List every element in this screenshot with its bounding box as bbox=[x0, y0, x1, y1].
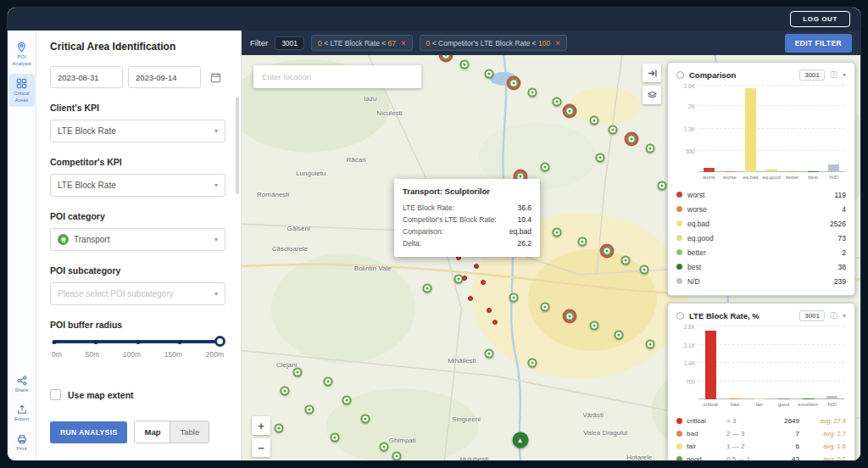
tooltip-title: Transport: Sculptorilor bbox=[403, 187, 531, 196]
chart-bar[interactable] bbox=[745, 88, 756, 172]
chart-bar[interactable] bbox=[787, 171, 798, 172]
table-toggle-button[interactable]: Table bbox=[170, 421, 209, 443]
poi-marker[interactable] bbox=[330, 433, 339, 443]
poi-marker[interactable] bbox=[645, 340, 654, 349]
export-button[interactable]: Export bbox=[9, 400, 35, 426]
info-icon[interactable]: ⓘ bbox=[830, 70, 837, 81]
slider-track[interactable] bbox=[54, 340, 221, 343]
poi-marker-dot[interactable] bbox=[492, 320, 498, 325]
poi-marker[interactable] bbox=[590, 116, 599, 125]
sidebar-item-poi-analysis[interactable]: POI Analysis bbox=[9, 37, 35, 70]
poi-marker-dot[interactable] bbox=[468, 296, 473, 301]
chart-bar[interactable] bbox=[705, 331, 716, 399]
poi-marker-dot[interactable] bbox=[487, 308, 492, 313]
chart-x-label: critical bbox=[698, 402, 723, 411]
print-button[interactable]: Print bbox=[9, 430, 35, 456]
info-icon[interactable]: ⓘ bbox=[830, 310, 837, 321]
export-label: Export bbox=[14, 416, 29, 423]
locate-button[interactable]: ▲ bbox=[512, 432, 528, 448]
poi-subcategory-select[interactable]: Please select POI subcategory ▾ bbox=[50, 282, 225, 305]
map-toggle-button[interactable]: Map bbox=[135, 421, 170, 443]
edit-filter-button[interactable]: EDIT FILTER bbox=[785, 34, 852, 53]
card-radio-icon[interactable] bbox=[676, 71, 684, 79]
sidebar-item-critical-areas[interactable]: Critical Areas bbox=[9, 74, 35, 107]
poi-marker[interactable] bbox=[577, 237, 587, 247]
poi-marker[interactable] bbox=[528, 88, 537, 98]
poi-marker[interactable] bbox=[459, 60, 469, 70]
run-analysis-button[interactable]: RUN ANALYSIS bbox=[50, 421, 127, 443]
chevron-down-icon[interactable]: ▾ bbox=[843, 71, 846, 79]
poi-marker[interactable] bbox=[596, 153, 605, 163]
poi-marker-critical[interactable] bbox=[626, 135, 636, 144]
logout-button[interactable]: LOG OUT bbox=[790, 11, 850, 27]
remove-filter-icon[interactable]: × bbox=[555, 38, 560, 47]
poi-marker[interactable] bbox=[392, 452, 401, 461]
poi-marker[interactable] bbox=[485, 349, 494, 359]
poi-marker[interactable] bbox=[553, 98, 562, 107]
map[interactable]: IazuNiculeștiRăcariLunguletuRomâneștiGăi… bbox=[242, 55, 860, 460]
poi-marker[interactable] bbox=[361, 415, 370, 424]
poi-category-select[interactable]: Transport ▾ bbox=[50, 228, 225, 251]
poi-marker[interactable] bbox=[609, 125, 618, 135]
zoom-in-button[interactable]: + bbox=[252, 416, 270, 435]
poi-marker[interactable] bbox=[342, 396, 352, 405]
poi-marker[interactable] bbox=[645, 144, 654, 153]
share-button[interactable]: Share bbox=[9, 371, 35, 398]
poi-marker[interactable] bbox=[540, 303, 549, 312]
calendar-icon[interactable] bbox=[206, 68, 225, 86]
competitors-kpi-select[interactable]: LTE Block Rate ▾ bbox=[50, 174, 225, 197]
poi-marker-critical[interactable] bbox=[509, 79, 519, 88]
poi-marker[interactable] bbox=[528, 359, 537, 368]
legend-dot bbox=[676, 418, 682, 424]
poi-marker[interactable] bbox=[615, 331, 624, 340]
poi-marker[interactable] bbox=[281, 387, 290, 396]
chart-bar[interactable] bbox=[808, 171, 819, 172]
chart-bar[interactable] bbox=[828, 164, 839, 172]
chart-bar[interactable] bbox=[730, 398, 741, 399]
date-to-input[interactable]: 2023-09-14 bbox=[128, 66, 201, 88]
chart-bar[interactable] bbox=[778, 398, 789, 399]
collapse-panel-icon[interactable] bbox=[643, 64, 661, 82]
card-radio-icon[interactable] bbox=[676, 312, 684, 320]
poi-marker[interactable] bbox=[274, 424, 283, 433]
poi-marker[interactable] bbox=[485, 70, 494, 79]
poi-marker-critical[interactable] bbox=[565, 107, 574, 116]
poi-marker[interactable] bbox=[620, 256, 630, 265]
poi-marker-critical[interactable] bbox=[565, 312, 574, 321]
remove-filter-icon[interactable]: × bbox=[401, 38, 406, 47]
use-map-extent-checkbox[interactable] bbox=[50, 389, 61, 400]
legend-range: > 3 bbox=[726, 417, 771, 425]
use-map-extent-row[interactable]: Use map extent bbox=[50, 389, 225, 400]
app-window: LOG OUT POI Analysis Critical Areas bbox=[7, 7, 861, 461]
poi-marker[interactable] bbox=[509, 293, 519, 303]
chart-bar[interactable] bbox=[766, 170, 777, 172]
poi-marker[interactable] bbox=[540, 163, 549, 172]
chart-bar[interactable] bbox=[704, 168, 715, 172]
poi-marker[interactable] bbox=[379, 443, 388, 452]
layers-icon[interactable] bbox=[643, 86, 661, 104]
date-from-input[interactable]: 2023-08-31 bbox=[50, 66, 123, 88]
poi-marker[interactable] bbox=[658, 181, 667, 191]
slider-handle[interactable] bbox=[214, 336, 225, 347]
chart-bar[interactable] bbox=[803, 398, 814, 399]
chevron-down-icon[interactable]: ▾ bbox=[843, 312, 846, 320]
poi-marker[interactable] bbox=[639, 265, 648, 275]
tooltip-row-value: eq.bad bbox=[509, 226, 531, 237]
poi-marker[interactable] bbox=[305, 405, 314, 415]
chart-bar[interactable] bbox=[754, 398, 765, 399]
poi-marker-critical[interactable] bbox=[602, 247, 611, 256]
poi-marker-dot[interactable] bbox=[481, 280, 486, 285]
chart-bar[interactable] bbox=[826, 396, 837, 399]
poi-marker[interactable] bbox=[553, 228, 562, 237]
zoom-out-button[interactable]: − bbox=[252, 438, 270, 457]
poi-marker[interactable] bbox=[324, 377, 333, 387]
chart-ytick-label: 2.6K bbox=[676, 83, 695, 89]
clients-kpi-select[interactable]: LTE Block Rate ▾ bbox=[50, 120, 225, 142]
poi-marker-dot[interactable] bbox=[462, 276, 467, 281]
poi-marker[interactable] bbox=[590, 321, 599, 331]
poi-marker[interactable] bbox=[292, 368, 302, 377]
search-input[interactable] bbox=[253, 65, 421, 88]
poi-marker-dot[interactable] bbox=[474, 264, 479, 269]
poi-marker[interactable] bbox=[423, 284, 432, 293]
chart-bar[interactable] bbox=[724, 171, 735, 172]
